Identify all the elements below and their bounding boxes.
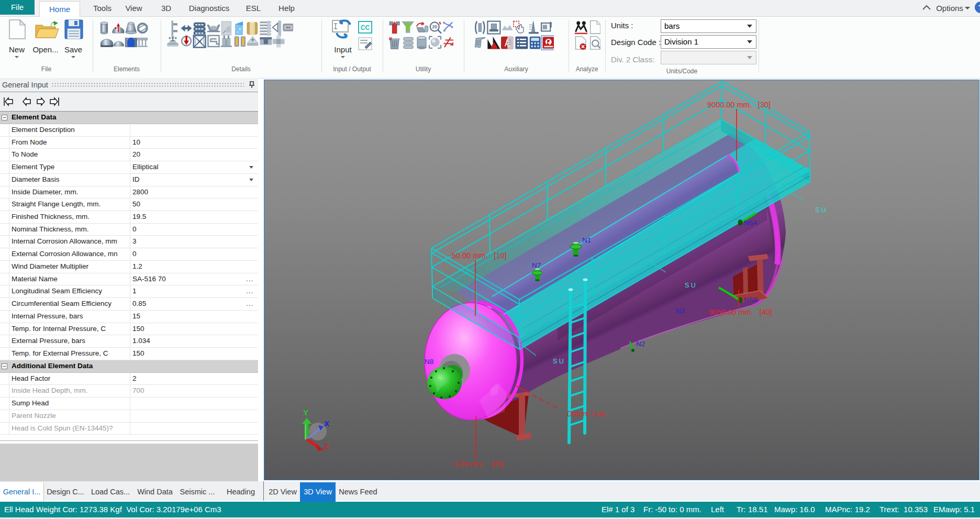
- svg-text:Z: Z: [324, 441, 329, 450]
- svg-text:N7: N7: [532, 261, 541, 269]
- svg-text:SU: SU: [553, 358, 565, 365]
- svg-text:N8: N8: [425, 358, 433, 366]
- svg-text:CC: CC: [361, 24, 370, 31]
- svg-text:N3: N3: [676, 307, 685, 315]
- svg-text:0.00 mm. [20]: 0.00 mm. [20]: [453, 460, 504, 468]
- svg-text:-50.00 mm. [10]: -50.00 mm. [10]: [449, 251, 507, 260]
- svg-text:9050.00 mm. [40]: 9050.00 mm. [40]: [709, 308, 772, 316]
- svg-text:X: X: [324, 419, 329, 428]
- svg-text:SU: SU: [685, 282, 697, 289]
- svg-text:9000.00 mm. [30]: 9000.00 mm. [30]: [707, 101, 771, 109]
- svg-text:SU: SU: [815, 206, 828, 214]
- svg-text:20: 20: [432, 24, 438, 29]
- svg-text:N6B: N6B: [744, 296, 758, 304]
- svg-text:Datum Line: Datum Line: [567, 410, 606, 418]
- svg-text:N1: N1: [582, 236, 591, 244]
- svg-text:N6A: N6A: [744, 219, 758, 227]
- svg-text:Y: Y: [303, 408, 308, 417]
- svg-text:N2: N2: [636, 340, 645, 348]
